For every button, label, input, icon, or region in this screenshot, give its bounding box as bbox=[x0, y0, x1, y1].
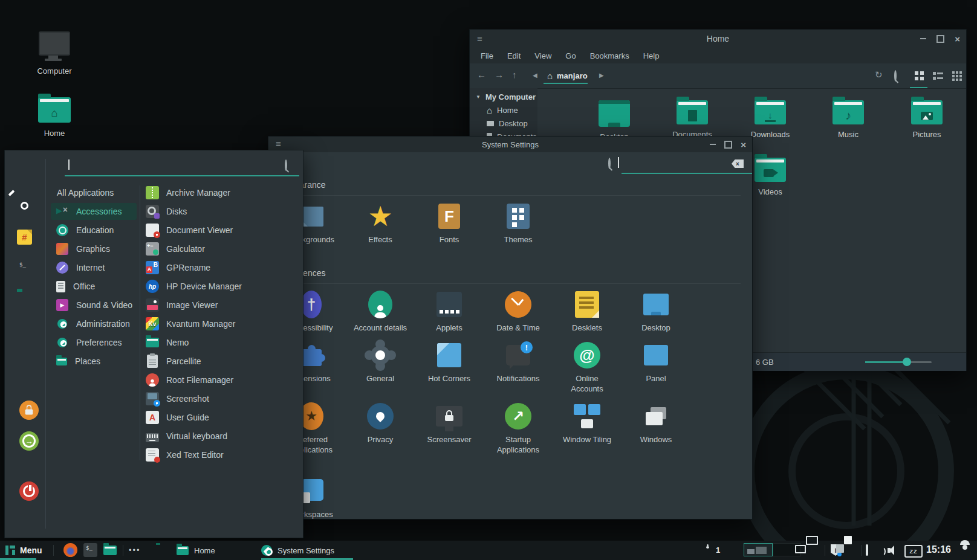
category-preferences[interactable]: Preferences bbox=[51, 334, 137, 351]
folder-desktop[interactable]: Desktop bbox=[584, 94, 644, 141]
settings-item-hot-corners[interactable]: Hot Corners bbox=[416, 341, 482, 384]
breadcrumb[interactable]: manjaro bbox=[541, 68, 594, 84]
app-nemo[interactable]: Nemo bbox=[146, 334, 300, 351]
app-image-viewer[interactable]: Image Viewer bbox=[146, 297, 300, 314]
category-sound-video[interactable]: Sound & Video bbox=[51, 297, 137, 314]
category-internet[interactable]: Internet bbox=[51, 259, 137, 276]
menu-bookmarks[interactable]: Bookmarks bbox=[590, 51, 629, 60]
app-galculator[interactable]: Galculator bbox=[146, 240, 300, 257]
list-view-icon[interactable] bbox=[933, 71, 943, 80]
app-virtual-keyboard[interactable]: Virtual keyboard bbox=[146, 428, 300, 445]
keyboard-layout-icon[interactable]: ZZ bbox=[904, 545, 923, 558]
chevron-down-icon[interactable]: ▼ bbox=[476, 94, 481, 100]
category-places[interactable]: Places bbox=[51, 353, 137, 370]
menu-edit[interactable]: Edit bbox=[507, 51, 521, 60]
app-parcellite[interactable]: Parcellite bbox=[146, 353, 300, 370]
minimize-button[interactable] bbox=[710, 144, 716, 145]
category-graphics[interactable]: Graphics bbox=[51, 240, 137, 257]
settings-item-effects[interactable]: Effects bbox=[347, 202, 414, 245]
folder-music[interactable]: Music bbox=[818, 95, 878, 139]
settings-item-panel[interactable]: Panel bbox=[623, 341, 689, 384]
settings-item-windows[interactable]: Windows bbox=[623, 402, 689, 445]
settings-item-fonts[interactable]: Fonts bbox=[416, 202, 482, 245]
back-icon[interactable]: ← bbox=[477, 69, 486, 80]
compact-view-icon[interactable] bbox=[952, 71, 955, 74]
expand-path-icon[interactable]: ▶ bbox=[599, 72, 604, 79]
workspace-1[interactable] bbox=[744, 543, 773, 556]
files-launcher[interactable] bbox=[103, 546, 117, 555]
settings-item-applets[interactable]: Applets bbox=[416, 290, 482, 333]
category-office[interactable]: Office bbox=[51, 278, 137, 295]
menu-button[interactable]: Menu bbox=[0, 541, 46, 560]
menu-go[interactable]: Go bbox=[565, 51, 576, 60]
desktop-icon-home[interactable]: Home bbox=[21, 92, 88, 138]
forward-icon[interactable]: → bbox=[495, 69, 504, 80]
settings-item-screensaver[interactable]: Screensaver bbox=[416, 402, 482, 445]
collapse-path-icon[interactable]: ◀ bbox=[533, 72, 537, 79]
category-administration[interactable]: Administration bbox=[51, 315, 137, 332]
window-button-system-settings[interactable]: System Settings bbox=[261, 541, 353, 560]
system-settings-titlebar[interactable]: System Settings bbox=[268, 137, 752, 152]
app-archive-manager[interactable]: Archive Manager bbox=[146, 184, 300, 201]
lock-screen-button[interactable] bbox=[19, 401, 39, 420]
zoom-slider-track[interactable] bbox=[865, 361, 932, 363]
menu-help[interactable]: Help bbox=[643, 51, 660, 60]
settings-item-date-time[interactable]: Date & Time bbox=[485, 290, 551, 333]
settings-item-startup-applications[interactable]: Startup Applications bbox=[485, 402, 551, 455]
settings-item-online-accounts[interactable]: Online Accounts bbox=[554, 341, 620, 394]
logout-button[interactable] bbox=[19, 431, 39, 451]
hamburger-menu-icon[interactable] bbox=[276, 138, 281, 149]
app-user-guide[interactable]: User Guide bbox=[146, 409, 300, 426]
settings-item-general[interactable]: General bbox=[347, 341, 414, 384]
folder-documents[interactable]: Documents bbox=[662, 95, 722, 139]
maximize-button[interactable] bbox=[724, 141, 732, 149]
file-manager-titlebar[interactable]: Home bbox=[470, 30, 966, 48]
shutdown-button[interactable] bbox=[19, 481, 39, 501]
maximize-button[interactable] bbox=[936, 35, 944, 43]
app-root-filemanager[interactable]: Root Filemanager bbox=[146, 372, 300, 388]
menu-view[interactable]: View bbox=[534, 51, 551, 60]
clock[interactable]: 15:16 bbox=[926, 544, 951, 555]
settings-item-notifications[interactable]: ! Notifications bbox=[485, 341, 551, 384]
category-education[interactable]: Education bbox=[51, 222, 137, 239]
close-button[interactable] bbox=[955, 34, 960, 43]
window-button-home[interactable]: Home bbox=[177, 541, 232, 560]
app-kvantum-manager[interactable]: Kvantum Manager bbox=[146, 315, 300, 332]
app-xed-text-editor[interactable]: Xed Text Editor bbox=[146, 446, 300, 463]
display-icon[interactable] bbox=[866, 546, 868, 555]
minimize-button[interactable] bbox=[920, 38, 926, 39]
settings-item-account-details[interactable]: Account details bbox=[347, 290, 414, 333]
menu-search-input[interactable] bbox=[73, 159, 272, 170]
hamburger-menu-icon[interactable] bbox=[477, 33, 482, 43]
category-all-applications[interactable]: All Applications bbox=[51, 184, 137, 201]
sidebar-item-desktop[interactable]: Desktop bbox=[470, 117, 554, 130]
app-screenshot[interactable]: Screenshot bbox=[146, 390, 300, 407]
window-list-overflow-icon[interactable]: ••• bbox=[129, 546, 141, 555]
terminal-launcher[interactable] bbox=[83, 543, 97, 557]
app-gprename[interactable]: GPRename bbox=[146, 259, 300, 276]
app-document-viewer[interactable]: Document Viewer bbox=[146, 222, 300, 239]
refresh-icon[interactable]: ↻ bbox=[875, 69, 883, 80]
grid-view-icon[interactable] bbox=[915, 71, 918, 75]
search-input[interactable] bbox=[623, 158, 732, 169]
folder-pictures[interactable]: Pictures bbox=[897, 95, 957, 139]
settings-item-themes[interactable]: Themes bbox=[485, 202, 551, 245]
category-accessories[interactable]: Accessories bbox=[51, 203, 137, 220]
close-button[interactable] bbox=[741, 140, 746, 149]
app-hp-device-manager[interactable]: HP Device Manager bbox=[146, 278, 300, 295]
up-icon[interactable]: ↑ bbox=[512, 69, 517, 80]
settings-item-window-tiling[interactable]: Window Tiling bbox=[554, 402, 620, 445]
folder-downloads[interactable]: Downloads bbox=[740, 95, 800, 139]
clear-search-icon[interactable]: × bbox=[732, 159, 744, 168]
sidebar-item-home[interactable]: Home bbox=[470, 103, 554, 117]
settings-item-privacy[interactable]: Privacy bbox=[347, 402, 414, 445]
app-disks[interactable]: Disks bbox=[146, 203, 300, 220]
desktop-icon-computer[interactable]: Computer bbox=[21, 31, 88, 76]
favorite-software[interactable] bbox=[17, 230, 32, 245]
settings-item-desktop[interactable]: Desktop bbox=[623, 290, 689, 333]
firefox-launcher[interactable] bbox=[63, 543, 77, 557]
menu-file[interactable]: File bbox=[481, 51, 493, 60]
sidebar-section-my-computer[interactable]: ▼ My Computer bbox=[470, 90, 544, 103]
search-icon[interactable] bbox=[894, 71, 897, 80]
settings-item-desklets[interactable]: Desklets bbox=[554, 290, 620, 333]
